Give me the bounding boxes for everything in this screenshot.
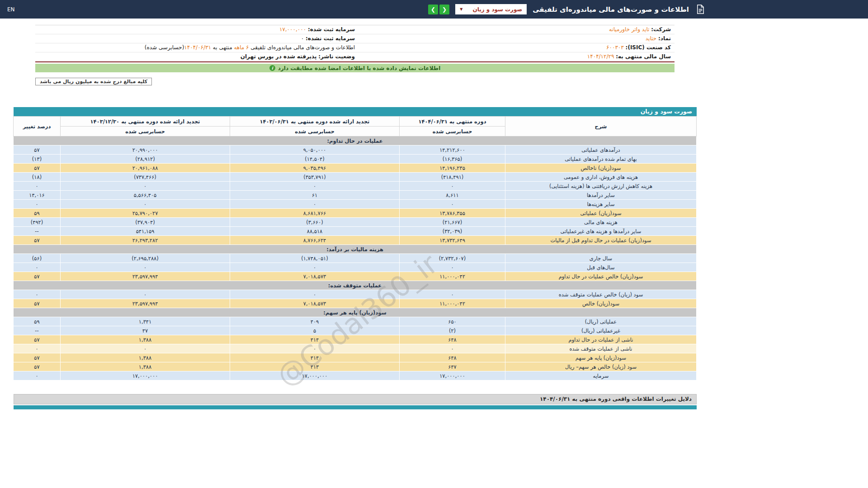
table-row: درآمدهای عملیاتی۱۴,۲۱۲,۶۰۰۹,۰۵۰,۰۰۰۲۰,۹۹…: [14, 145, 697, 155]
info-row: نماد: حتاید سرمایه ثبت نشده: ۰: [35, 34, 675, 43]
row-value: ۱۴,۲۱۲,۶۰۰: [400, 145, 505, 155]
table-row: سود(زیان) خالص عملیات در حال تداوم۱۱,۰۰۰…: [14, 272, 697, 281]
audited-label: حسابرسی شده: [400, 127, 505, 136]
table-row: سود(زیان) خالص۱۱,۰۰۰,۰۴۲۷,۰۱۸,۵۷۳۲۳,۵۹۷,…: [14, 299, 697, 308]
table-row: سود(زیان) ناخالص۱۴,۱۹۶,۲۳۵۹,۰۳۵,۴۹۶۲۰,۹۶…: [14, 164, 697, 173]
row-value: (۳۵۳,۷۹۱): [230, 173, 400, 182]
row-value: ۶۴۷: [400, 362, 505, 371]
verification-banner: اطلاعات نمایش داده شده با اطلاعات امضا ش…: [35, 64, 675, 72]
table-row: سایر درآمدها۸,۶۱۱۶۱۵,۵۶۶,۴۰۵۱۴,۰۱۶: [14, 191, 697, 200]
col-header-period-restated-mid: تجدید ارائه شده دوره منتهی به ۱۴۰۳/۰۶/۳۱: [230, 117, 400, 127]
info-row: سال مالی منتهی به: ۱۴۰۴/۱۲/۲۹ وضعیت ناشر…: [35, 52, 675, 61]
row-value: ۸۸,۵۱۸: [230, 227, 400, 236]
row-value: (۷۳۷,۴۶۶): [61, 173, 230, 182]
statement-title-bar: صورت سود و زیان: [14, 107, 697, 116]
symbol-label: نماد:: [658, 35, 671, 42]
row-value: ۰: [400, 344, 505, 353]
fiscal-year-label: سال مالی منتهی به:: [616, 53, 671, 60]
row-value: (۱۶,۳۶۵): [400, 155, 505, 164]
table-row: سود(زیان) عملیاتی۱۳,۷۸۶,۳۵۵۸,۶۸۱,۷۶۶۲۵,۷…: [14, 209, 697, 218]
topbar: اطلاعات و صورت‌های مالی میاندوره‌ای تلفی…: [0, 0, 868, 19]
col-header-change-percent: درصد تغییر: [14, 117, 61, 136]
page: اطلاعات و صورت‌های مالی میاندوره‌ای تلفی…: [0, 0, 868, 488]
row-label: سال‌های قبل: [505, 263, 697, 272]
section-row: عملیات متوقف شده:: [14, 281, 697, 290]
row-value: ۰: [230, 263, 400, 272]
row-value: ۴۱۳: [230, 362, 400, 371]
row-change: --: [14, 227, 61, 236]
row-value: ۵: [230, 326, 400, 335]
prev-statement-button[interactable]: ❮: [439, 5, 449, 14]
next-section-bar: [14, 405, 697, 409]
row-value: ۰: [230, 344, 400, 353]
unregistered-capital-label: سرمایه ثبت نشده:: [306, 35, 355, 42]
statement-select[interactable]: صورت سود و زیان ▼: [455, 4, 527, 14]
row-value: (۲۱,۶۶۷): [400, 218, 505, 227]
row-value: ۰: [230, 290, 400, 299]
row-change: ۰: [14, 200, 61, 209]
company-label: شرکت:: [651, 26, 671, 33]
row-change: ۰: [14, 344, 61, 353]
row-value: (۳۲,۰۳۹): [400, 227, 505, 236]
row-value: ۰: [400, 263, 505, 272]
row-label: سود(زیان) خالص: [505, 299, 697, 308]
row-value: ۱,۳۴۱: [61, 317, 230, 326]
row-value: ۰: [400, 200, 505, 209]
row-value: ۱۱,۰۰۰,۰۴۲: [400, 272, 505, 281]
row-value: (۳۷,۹۰۴): [61, 218, 230, 227]
row-label: سرمایه: [505, 371, 697, 380]
row-change: ۵۷: [14, 236, 61, 245]
row-change: ۵۷: [14, 299, 61, 308]
info-icon: i: [269, 65, 275, 71]
row-value: ۱۳,۷۳۲,۶۴۹: [400, 236, 505, 245]
row-value: ۰: [61, 200, 230, 209]
statement-select-value: صورت سود و زیان: [472, 6, 522, 13]
row-value: ۲۰,۹۹۰,۰۰۰: [61, 145, 230, 155]
row-value: ۰: [230, 182, 400, 191]
row-label: سایر درآمدها و هزینه های غیرعملیاتی: [505, 227, 697, 236]
row-label: سود (زیان) خالص هر سهم– ریال: [505, 362, 697, 371]
row-value: ۵,۵۶۶,۴۰۵: [61, 191, 230, 200]
registered-capital-value: ۱۷,۰۰۰,۰۰۰: [279, 26, 306, 33]
income-statement: صورت سود و زیان شرح دوره منتهی به ۱۴۰۴/۰…: [14, 107, 697, 380]
row-label: عملیاتی (ریال): [505, 317, 697, 326]
symbol-link[interactable]: حتاید: [646, 35, 656, 42]
row-value: ۰: [61, 263, 230, 272]
statement-description: اطلاعات و صورت‌های مالی میاندوره‌ای تلفی…: [39, 44, 355, 51]
row-change: --: [14, 326, 61, 335]
unregistered-capital-value: ۰: [301, 35, 304, 42]
info-divider: [35, 61, 675, 62]
row-value: ۷,۰۱۸,۵۷۳: [230, 299, 400, 308]
table-row: سال جاری(۲,۷۳۲,۶۰۷)(۱,۷۴۸,۰۵۱)(۲,۶۹۵,۲۸۸…: [14, 254, 697, 263]
row-value: ۰: [61, 344, 230, 353]
income-statement-body: عملیات در حال تداوم:درآمدهای عملیاتی۱۴,۲…: [14, 136, 697, 380]
row-change: ۰: [14, 290, 61, 299]
col-header-period-current: دوره منتهی به ۱۴۰۴/۰۶/۳۱: [400, 117, 505, 127]
row-label: هزینه های فروش، اداری و عمومی: [505, 173, 697, 182]
row-value: ۴۰۹: [230, 317, 400, 326]
row-value: ۹,۰۳۵,۴۹۶: [230, 164, 400, 173]
row-label: سود (زیان) خالص عملیات متوقف شده: [505, 290, 697, 299]
row-change: (۴۹۲): [14, 218, 61, 227]
row-value: ۹,۰۵۰,۰۰۰: [230, 145, 400, 155]
row-change: ۵۷: [14, 145, 61, 155]
verification-banner-text: اطلاعات نمایش داده شده با اطلاعات امضا ش…: [278, 65, 441, 71]
row-label: سود(زیان) پایه هر سهم: [505, 353, 697, 362]
next-statement-button[interactable]: ❯: [428, 5, 438, 14]
topbar-main: اطلاعات و صورت‌های مالی میاندوره‌ای تلفی…: [428, 4, 705, 14]
table-row: سود (زیان) خالص عملیات متوقف شده۰۰۰۰: [14, 290, 697, 299]
table-row: سایر درآمدها و هزینه های غیرعملیاتی(۳۲,۰…: [14, 227, 697, 236]
row-change: (۱۸): [14, 173, 61, 182]
language-toggle[interactable]: EN: [7, 6, 15, 13]
row-value: ۲۵,۷۹۰,۰۲۷: [61, 209, 230, 218]
row-change: ۰: [14, 263, 61, 272]
row-value: ۰: [61, 182, 230, 191]
changes-reasons-bar: دلایل تغییرات اطلاعات واقعی دوره منتهی ب…: [14, 394, 697, 404]
table-row: عملیاتی (ریال)۶۵۰۴۰۹۱,۳۴۱۵۹: [14, 317, 697, 326]
row-value: ۱,۳۸۸: [61, 335, 230, 344]
company-link[interactable]: تاید واتر خاورمیانه: [609, 26, 650, 33]
currency-note: کلیه مبالغ درج شده به میلیون ریال می باش…: [35, 78, 152, 85]
row-value: ۴۱۴: [230, 353, 400, 362]
row-label: سود(زیان) ناخالص: [505, 164, 697, 173]
row-value: ۲۳,۵۹۷,۹۹۴: [61, 299, 230, 308]
